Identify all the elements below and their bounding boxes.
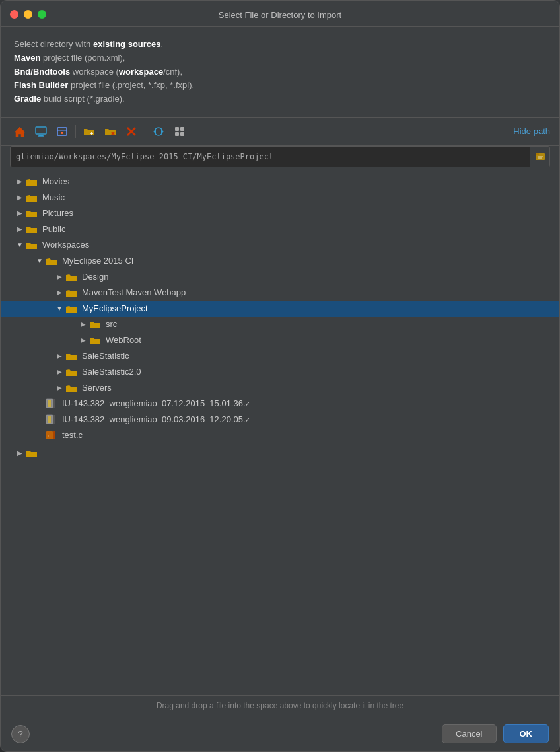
folder-icon [26, 241, 39, 250]
minimize-button[interactable] [24, 10, 32, 19]
expand-arrow: ▶ [14, 194, 26, 201]
item-label: WebRoot [106, 335, 141, 345]
tree-item[interactable]: ▶ IU-143.382_wengliemiao_09.03.2016_12.2… [1, 412, 559, 428]
path-input[interactable] [11, 148, 530, 165]
tree-item[interactable]: ▶ IU-143.382_wengliemiao_07.12.2015_15.0… [1, 396, 559, 412]
folder-icon [26, 449, 39, 458]
zip-icon [46, 398, 59, 409]
item-label: Movies [42, 176, 69, 186]
sync-button[interactable] [149, 122, 168, 141]
toolbar: Hide path [1, 118, 559, 146]
cancel-button[interactable]: Cancel [442, 724, 496, 743]
file-tree[interactable]: ▶ Movies ▶ Music ▶ Pictures ▶ [1, 171, 559, 695]
svg-rect-28 [53, 415, 55, 424]
folder-icon [26, 209, 39, 218]
folder-icon [89, 336, 102, 345]
svg-rect-33 [53, 431, 55, 439]
folder-icon [65, 383, 79, 393]
folder-icon [46, 256, 59, 266]
drag-drop-hint: Drag and drop a file into the space abov… [1, 695, 559, 716]
project-button[interactable] [52, 122, 72, 141]
tree-item[interactable]: ▶ Public [1, 221, 559, 237]
svg-rect-1 [36, 127, 46, 134]
item-label: Pictures [42, 208, 73, 218]
remove-button[interactable] [122, 122, 141, 141]
svg-rect-16 [180, 127, 184, 131]
hide-path-button[interactable]: Hide path [513, 126, 550, 136]
home-button[interactable] [10, 122, 30, 141]
expand-arrow: ▶ [53, 384, 65, 391]
item-label: Public [42, 224, 65, 234]
svg-rect-18 [180, 132, 184, 136]
window-controls [10, 10, 46, 19]
tree-item[interactable]: ▶ SaleStatistic2.0 [1, 364, 559, 380]
folder-icon [65, 288, 79, 297]
tree-item[interactable]: ▶ MavenTest Maven Webapp [1, 285, 559, 301]
view-button[interactable] [170, 122, 190, 141]
tree-item-selected[interactable]: ▼ MyEclipseProject [1, 301, 559, 317]
item-label: MyEclipseProject [82, 303, 148, 313]
folder-icon [26, 193, 39, 202]
svg-rect-27 [46, 415, 53, 424]
expand-arrow: ▼ [53, 305, 65, 312]
folder-icon [65, 367, 79, 377]
expand-arrow: ▶ [14, 449, 26, 457]
tree-item[interactable]: ▼ MyEclipse 2015 CI [1, 253, 559, 269]
browse-button[interactable] [530, 147, 549, 167]
close-button[interactable] [10, 10, 18, 19]
help-button[interactable]: ? [11, 725, 30, 743]
tree-item[interactable]: ▶ WebRoot [1, 332, 559, 348]
expand-arrow: ▶ [14, 178, 26, 185]
item-label: Servers [82, 383, 112, 393]
tree-item[interactable]: ▶ SaleStatistic [1, 348, 559, 364]
tree-item[interactable]: ▶ src [1, 317, 559, 332]
item-label: SaleStatistic [82, 351, 129, 361]
folder-icon [26, 225, 39, 234]
folder-icon [26, 177, 39, 186]
delete-folder-button[interactable] [100, 122, 120, 141]
item-label: src [106, 319, 117, 329]
item-label: Workspaces [42, 240, 89, 250]
folder-icon [65, 352, 79, 361]
item-label: SaleStatistic2.0 [82, 367, 141, 377]
tree-item[interactable]: ▶ C test.c [1, 428, 559, 443]
separator-2 [145, 125, 145, 138]
expand-arrow: ▶ [53, 352, 65, 359]
expand-arrow: ▶ [53, 289, 65, 296]
svg-point-6 [61, 132, 63, 134]
footer: ? Cancel OK [1, 716, 559, 751]
tree-item[interactable]: ▶ Movies [1, 174, 559, 190]
desktop-button[interactable] [31, 122, 51, 141]
tree-item[interactable]: ▶ Servers [1, 380, 559, 396]
tree-item[interactable]: ▶ Design [1, 269, 559, 285]
description-area: Select directory with existing sources, … [1, 27, 559, 118]
separator-1 [75, 125, 76, 138]
svg-text:C: C [48, 434, 51, 438]
expand-arrow: ▶ [53, 273, 65, 280]
tree-item[interactable]: ▼ Workspaces [1, 237, 559, 253]
folder-icon [65, 272, 79, 282]
tree-item[interactable]: ▶ Music [1, 190, 559, 206]
item-label: test.c [62, 430, 83, 440]
dialog-title: Select File or Directory to Import [219, 10, 341, 20]
expand-arrow: ▶ [77, 320, 89, 328]
title-bar: Select File or Directory to Import [1, 1, 559, 27]
expand-arrow: ▶ [14, 225, 26, 233]
item-label: Music [42, 192, 65, 202]
item-label: Design [82, 272, 108, 282]
new-folder-button[interactable] [79, 122, 99, 141]
maximize-button[interactable] [38, 10, 46, 19]
expand-arrow: ▶ [53, 368, 65, 375]
ok-button[interactable]: OK [503, 724, 549, 743]
tree-item[interactable]: ▶ Pictures [1, 206, 559, 221]
svg-marker-0 [15, 127, 25, 137]
zip-icon [46, 414, 59, 425]
tree-item-empty: ▶ [1, 443, 559, 463]
svg-rect-20 [536, 153, 539, 155]
path-bar [10, 146, 550, 167]
svg-rect-15 [175, 127, 179, 131]
folder-icon [89, 320, 102, 329]
expand-arrow: ▶ [77, 336, 89, 344]
folder-icon [65, 304, 79, 313]
svg-rect-24 [53, 399, 55, 408]
